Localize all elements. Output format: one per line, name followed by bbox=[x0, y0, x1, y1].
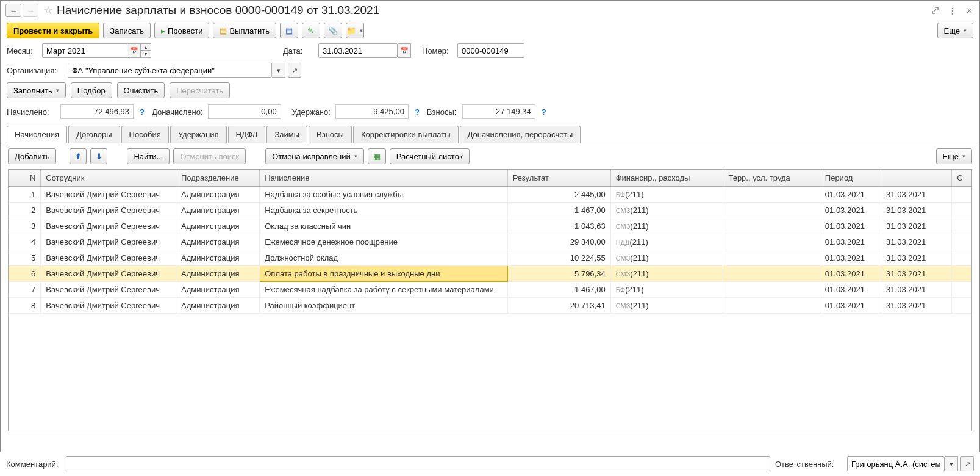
table-row[interactable]: 3Вачевский Дмитрий СергеевичАдминистраци… bbox=[9, 218, 971, 234]
col-header[interactable]: Подразделение bbox=[176, 170, 260, 187]
post-button[interactable]: ▸Провести bbox=[154, 23, 210, 38]
withheld-value: 9 425,00 bbox=[335, 104, 409, 119]
tab-5[interactable]: Займы bbox=[266, 126, 307, 143]
nav-back-button[interactable]: ← bbox=[5, 4, 21, 17]
undo-fixes-button[interactable]: Отмена исправлений▾ bbox=[265, 148, 364, 164]
org-dropdown-button[interactable]: ▾ bbox=[272, 63, 285, 78]
withheld-label: Удержано: bbox=[292, 107, 331, 117]
col-header[interactable]: С bbox=[952, 170, 971, 187]
contrib-help-icon[interactable]: ? bbox=[542, 107, 546, 117]
col-header[interactable]: Начисление bbox=[260, 170, 508, 187]
responsible-input[interactable] bbox=[847, 456, 945, 471]
date-input[interactable] bbox=[318, 43, 398, 58]
close-icon[interactable]: ✕ bbox=[964, 5, 975, 16]
tab-4[interactable]: НДФЛ bbox=[228, 126, 266, 143]
pencil-icon: ✎ bbox=[307, 26, 314, 35]
show-details-button[interactable]: ▦ bbox=[368, 148, 386, 164]
find-button[interactable]: Найти... bbox=[127, 148, 170, 164]
month-label: Месяц: bbox=[7, 46, 37, 56]
accrued-label: Начислено: bbox=[7, 107, 55, 117]
tab-7[interactable]: Корректировки выплаты bbox=[353, 126, 459, 143]
select-button[interactable]: Подбор bbox=[71, 82, 112, 98]
contrib-value: 27 149,34 bbox=[462, 104, 535, 119]
col-header[interactable]: Терр., усл. труда bbox=[723, 170, 820, 187]
payslip-button[interactable]: Расчетный листок bbox=[390, 148, 470, 164]
org-label: Организация: bbox=[7, 66, 63, 75]
comment-input[interactable] bbox=[66, 456, 770, 471]
table-row[interactable]: 1Вачевский Дмитрий СергеевичАдминистраци… bbox=[9, 187, 971, 203]
comment-label: Комментарий: bbox=[6, 460, 61, 469]
tab-6[interactable]: Взносы bbox=[309, 126, 352, 143]
paperclip-icon: 📎 bbox=[328, 26, 338, 35]
tab-3[interactable]: Удержания bbox=[170, 126, 227, 143]
col-header[interactable] bbox=[881, 170, 952, 187]
month-down-button[interactable]: ▼ bbox=[141, 51, 151, 57]
tab-1[interactable]: Договоры bbox=[68, 126, 120, 143]
responsible-label: Ответственный: bbox=[775, 460, 842, 469]
additional-value: 0,00 bbox=[208, 104, 281, 119]
accrued-help-icon[interactable]: ? bbox=[140, 107, 145, 117]
withheld-help-icon[interactable]: ? bbox=[415, 107, 420, 117]
nav-forward-button[interactable]: → bbox=[23, 4, 38, 17]
add-row-button[interactable]: Добавить bbox=[8, 148, 56, 164]
additional-label: Доначислено: bbox=[152, 107, 203, 117]
month-input[interactable] bbox=[42, 43, 127, 58]
contrib-label: Взносы: bbox=[427, 107, 457, 117]
col-header[interactable]: Сотрудник bbox=[41, 170, 176, 187]
month-picker-button[interactable]: 📅 bbox=[127, 43, 141, 58]
col-header[interactable]: Период bbox=[820, 170, 881, 187]
move-up-button[interactable]: ⬆ bbox=[70, 148, 87, 164]
col-header[interactable]: N bbox=[9, 170, 41, 187]
table-row[interactable]: 8Вачевский Дмитрий СергеевичАдминистраци… bbox=[9, 298, 971, 314]
link-icon[interactable] bbox=[929, 5, 940, 16]
window-title: Начисление зарплаты и взносов 0000-00014… bbox=[57, 4, 379, 17]
table-row[interactable]: 2Вачевский Дмитрий СергеевичАдминистраци… bbox=[9, 203, 971, 218]
save-button[interactable]: Записать bbox=[103, 23, 151, 38]
more-vertical-icon[interactable]: ⋮ bbox=[946, 5, 957, 16]
table-row[interactable]: 4Вачевский Дмитрий СергеевичАдминистраци… bbox=[9, 234, 971, 250]
structure-button[interactable]: ▤ bbox=[280, 23, 298, 38]
tab-0[interactable]: Начисления bbox=[7, 126, 67, 143]
cancel-search-button[interactable]: Отменить поиск bbox=[173, 148, 246, 164]
pay-icon: ▤ bbox=[220, 26, 227, 35]
favorite-star-icon[interactable]: ☆ bbox=[43, 4, 53, 17]
edit-button[interactable]: ✎ bbox=[302, 23, 320, 38]
accrued-value: 72 496,93 bbox=[60, 104, 134, 119]
clear-button[interactable]: Очистить bbox=[117, 82, 165, 98]
col-header[interactable]: Результат bbox=[507, 170, 610, 187]
recalc-button[interactable]: Пересчитать bbox=[170, 82, 230, 98]
date-label: Дата: bbox=[283, 46, 313, 56]
table-row[interactable]: 6Вачевский Дмитрий СергеевичАдминистраци… bbox=[9, 266, 971, 282]
accruals-table[interactable]: NСотрудникПодразделениеНачислениеРезульт… bbox=[9, 170, 971, 314]
tab-8[interactable]: Доначисления, перерасчеты bbox=[460, 126, 581, 143]
pay-button[interactable]: ▤Выплатить bbox=[213, 23, 276, 38]
folder-icon: 📁 bbox=[346, 26, 356, 35]
move-down-button[interactable]: ⬇ bbox=[90, 148, 107, 164]
tab-more-button[interactable]: Еще▾ bbox=[936, 148, 972, 164]
responsible-dropdown-button[interactable]: ▾ bbox=[945, 456, 958, 471]
number-label: Номер: bbox=[422, 46, 452, 56]
fill-button[interactable]: Заполнить▾ bbox=[7, 82, 66, 98]
attach-button[interactable]: 📎 bbox=[324, 23, 342, 38]
grid-icon: ▦ bbox=[373, 152, 381, 161]
post-and-close-button[interactable]: Провести и закрыть bbox=[7, 23, 99, 38]
responsible-open-button[interactable]: ↗ bbox=[960, 456, 974, 471]
date-picker-button[interactable]: 📅 bbox=[398, 43, 411, 58]
more-button[interactable]: Еще▾ bbox=[937, 23, 973, 38]
table-row[interactable]: 5Вачевский Дмитрий СергеевичАдминистраци… bbox=[9, 250, 971, 266]
list-icon: ▤ bbox=[285, 26, 293, 35]
org-open-button[interactable]: ↗ bbox=[288, 63, 301, 78]
col-header[interactable]: Финансир., расходы bbox=[610, 170, 723, 187]
org-input[interactable] bbox=[68, 63, 272, 78]
table-row[interactable]: 7Вачевский Дмитрий СергеевичАдминистраци… bbox=[9, 282, 971, 298]
number-input[interactable] bbox=[457, 43, 524, 58]
post-icon: ▸ bbox=[161, 26, 165, 35]
template-button[interactable]: 📁▾ bbox=[346, 23, 364, 38]
tab-2[interactable]: Пособия bbox=[121, 126, 169, 143]
month-up-button[interactable]: ▲ bbox=[141, 44, 151, 51]
